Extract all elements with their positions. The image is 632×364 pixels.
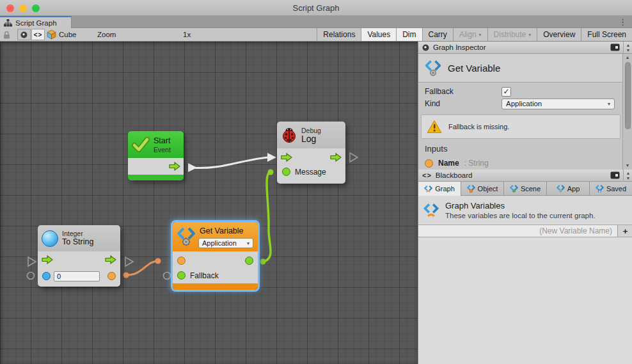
tab-saved-variables[interactable]: Saved bbox=[590, 182, 632, 196]
control-input-port[interactable] bbox=[42, 255, 53, 264]
tab-object-variables[interactable]: Object bbox=[461, 182, 504, 196]
unconnected-triangle-port[interactable] bbox=[125, 257, 133, 266]
integer-input-port[interactable] bbox=[42, 272, 51, 280]
up-arrow-icon[interactable]: ▲ bbox=[626, 171, 631, 176]
fallback-checkbox[interactable]: ✓ bbox=[502, 87, 511, 97]
graph-toolbar: <> Cube Zoom 1x Relations Values Dim Car… bbox=[0, 28, 632, 42]
control-output-port[interactable] bbox=[169, 162, 180, 171]
section-description: These variables are local to the current… bbox=[445, 212, 596, 219]
plus-icon: + bbox=[623, 226, 628, 236]
tab-scene-variables[interactable]: Scene bbox=[504, 182, 547, 196]
unconnected-circle-port[interactable] bbox=[164, 273, 171, 280]
to-string-header: Integer To String bbox=[38, 225, 120, 251]
object-variables-icon bbox=[467, 184, 475, 193]
checkmark-icon bbox=[132, 136, 150, 153]
inspected-unit-title: Get Variable bbox=[448, 63, 500, 74]
up-arrow-icon[interactable]: ▲ bbox=[626, 43, 631, 48]
app-variables-icon bbox=[557, 184, 565, 193]
name-input-port[interactable] bbox=[177, 257, 186, 265]
get-variable-node[interactable]: Get Variable Application ▾ Fallback bbox=[173, 222, 258, 290]
relations-button[interactable]: Relations bbox=[317, 28, 361, 41]
unconnected-circle-port[interactable] bbox=[28, 273, 35, 280]
node-subtitle: Event bbox=[154, 146, 171, 154]
debug-log-header: Debug Log bbox=[277, 122, 345, 148]
node-group: Integer bbox=[62, 230, 93, 237]
to-string-body bbox=[38, 251, 120, 287]
integer-to-string-node[interactable]: Integer To String bbox=[38, 225, 120, 287]
check-icon: ✓ bbox=[503, 88, 509, 95]
message-input-port[interactable] bbox=[282, 168, 290, 176]
add-variable-button[interactable]: + bbox=[617, 225, 632, 237]
zoom-value: 1x bbox=[183, 31, 191, 38]
carry-button[interactable]: Carry bbox=[422, 28, 453, 41]
fallback-label: Fallback bbox=[425, 87, 454, 96]
fallback-input-port[interactable] bbox=[177, 271, 186, 280]
scroll-down-icon[interactable]: ▼ bbox=[626, 163, 630, 168]
start-event-body bbox=[128, 158, 184, 175]
values-button[interactable]: Values bbox=[361, 28, 396, 41]
scroll-up-icon[interactable]: ▲ bbox=[626, 55, 630, 60]
node-title: Get Variable bbox=[200, 226, 244, 236]
panel-title: Blackboard bbox=[436, 171, 473, 179]
orange-value-wire bbox=[126, 261, 157, 275]
port-label: Fallback bbox=[190, 271, 219, 280]
code-icon: <> bbox=[422, 171, 432, 179]
ladybug-debug-icon bbox=[281, 127, 297, 143]
down-arrow-icon[interactable]: ▼ bbox=[626, 176, 631, 181]
wire-layer bbox=[0, 42, 418, 364]
inspector-toggle-button[interactable] bbox=[17, 29, 31, 40]
target-object-label[interactable]: Cube bbox=[59, 31, 77, 38]
string-port-icon bbox=[425, 159, 433, 168]
wire-endpoint bbox=[155, 258, 161, 264]
port-label: Message bbox=[295, 168, 326, 177]
control-input-port[interactable] bbox=[281, 153, 292, 162]
inspector-scrollbar[interactable]: ▲ ▼ bbox=[622, 54, 632, 170]
down-arrow-icon[interactable]: ▼ bbox=[626, 48, 631, 53]
panel-collapse-arrows[interactable]: ▲ ▼ bbox=[623, 170, 632, 182]
control-output-port[interactable] bbox=[330, 153, 342, 162]
node-title: To String bbox=[62, 237, 93, 247]
overview-button[interactable]: Overview bbox=[537, 28, 581, 41]
unconnected-triangle-port[interactable] bbox=[28, 257, 36, 266]
tab-menu-kebab-icon[interactable]: ⋮ bbox=[619, 17, 627, 27]
start-event-node[interactable]: Start Event bbox=[128, 131, 184, 180]
gear-icon bbox=[182, 238, 190, 246]
kind-dropdown[interactable]: Application ▾ bbox=[502, 99, 615, 109]
dock-box-icon[interactable] bbox=[610, 44, 620, 51]
caret-down-icon: ▾ bbox=[247, 241, 249, 246]
node-title: Log bbox=[301, 134, 321, 144]
tab-graph-variables[interactable]: Graph bbox=[418, 182, 461, 196]
dock-box-icon[interactable] bbox=[610, 171, 620, 179]
blackboard-header[interactable]: <> Blackboard ▲ ▼ bbox=[418, 170, 632, 182]
new-variable-row: + bbox=[418, 225, 632, 237]
tab-script-graph[interactable]: Script Graph bbox=[0, 16, 72, 28]
integer-sphere-icon bbox=[42, 230, 58, 247]
debug-log-node[interactable]: Debug Log Message bbox=[277, 122, 345, 184]
value-output-port[interactable] bbox=[245, 257, 253, 265]
graph-inspector-header[interactable]: Graph Inspector ▲ ▼ bbox=[418, 42, 632, 54]
scrollbar-thumb[interactable] bbox=[625, 62, 631, 129]
control-output-port[interactable] bbox=[105, 255, 116, 264]
unconnected-triangle-port[interactable] bbox=[350, 153, 358, 162]
variable-kind-dropdown[interactable]: Application ▾ bbox=[198, 238, 253, 248]
distribute-dropdown-button[interactable]: Distribute▾ bbox=[487, 28, 537, 41]
graph-canvas[interactable]: Start Event bbox=[0, 42, 418, 364]
start-event-footer bbox=[128, 175, 184, 180]
warning-text: Fallback is missing. bbox=[448, 123, 509, 131]
align-dropdown-button[interactable]: Align▾ bbox=[453, 28, 487, 41]
code-view-button[interactable]: <> bbox=[31, 29, 45, 40]
panel-collapse-arrows[interactable]: ▲ ▼ bbox=[623, 42, 632, 54]
green-value-wire bbox=[263, 172, 271, 262]
kind-row: Kind Application ▾ bbox=[418, 98, 622, 109]
fullscreen-button[interactable]: Full Screen bbox=[581, 28, 632, 41]
dim-button[interactable]: Dim bbox=[396, 28, 422, 41]
inputs-heading: Inputs bbox=[425, 144, 447, 154]
wire-arrowhead bbox=[188, 163, 197, 172]
window-titlebar: Script Graph bbox=[0, 0, 632, 16]
tab-app-variables[interactable]: App bbox=[547, 182, 590, 196]
input-name-row: Name : String bbox=[425, 159, 489, 168]
new-variable-input[interactable] bbox=[418, 225, 617, 237]
string-output-port[interactable] bbox=[107, 272, 116, 280]
lock-icon[interactable] bbox=[3, 31, 10, 39]
to-string-value-input[interactable] bbox=[54, 271, 100, 281]
